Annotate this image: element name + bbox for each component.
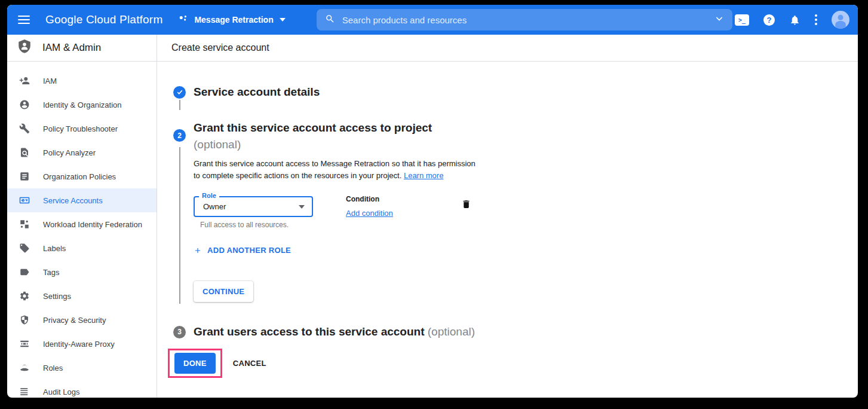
role-select[interactable]: Owner bbox=[194, 196, 313, 217]
page-title: Create service account bbox=[171, 42, 269, 53]
sidebar-item-service-accounts[interactable]: Service Accounts bbox=[7, 188, 157, 212]
search-icon bbox=[325, 14, 335, 26]
brand-logo[interactable]: Google Cloud Platform bbox=[45, 13, 162, 26]
add-another-role-button[interactable]: ADD ANOTHER ROLE bbox=[194, 246, 291, 255]
continue-button[interactable]: CONTINUE bbox=[194, 281, 253, 302]
browser-window: Google Cloud Platform Message Retraction… bbox=[7, 5, 858, 398]
chevron-down-icon bbox=[280, 18, 286, 22]
search-bar[interactable] bbox=[317, 9, 732, 30]
sidebar-item-identity-organization[interactable]: Identity & Organization bbox=[7, 93, 157, 117]
trash-icon bbox=[461, 199, 471, 210]
role-helper-text: Full access to all resources. bbox=[194, 221, 313, 229]
project-icon bbox=[178, 13, 189, 26]
main-panel: Create service account Service account d… bbox=[157, 35, 858, 398]
step2-title: Grant this service account access to pro… bbox=[194, 120, 432, 136]
person-add-icon bbox=[19, 75, 30, 86]
cancel-button[interactable]: CANCEL bbox=[233, 359, 266, 368]
service-account-key-icon bbox=[19, 195, 30, 206]
cloud-shell-icon[interactable]: >_ bbox=[735, 14, 749, 26]
doc-search-icon bbox=[19, 147, 30, 158]
sidebar-item-label: Service Accounts bbox=[43, 196, 103, 205]
doc-lines-icon bbox=[19, 171, 30, 182]
sidebar-item-policy-troubleshooter[interactable]: Policy Troubleshooter bbox=[7, 117, 157, 141]
dropdown-caret-icon bbox=[299, 205, 305, 209]
sidebar-item-roles[interactable]: Roles bbox=[7, 356, 157, 380]
sidebar-item-label: Policy Troubleshooter bbox=[43, 124, 118, 133]
step-connector-line bbox=[179, 147, 180, 304]
sidebar-item-label: Organization Policies bbox=[43, 172, 116, 181]
sidebar-item-audit-logs[interactable]: Audit Logs bbox=[7, 380, 157, 398]
step3-title: Grant users access to this service accou… bbox=[194, 323, 475, 340]
notifications-bell-icon[interactable] bbox=[789, 14, 800, 26]
search-input[interactable] bbox=[342, 15, 714, 25]
sidebar-item-label: Workload Identity Federation bbox=[43, 220, 142, 229]
sidebar-item-settings[interactable]: Settings bbox=[7, 284, 157, 308]
sidebar-item-organization-policies[interactable]: Organization Policies bbox=[7, 164, 157, 188]
step3-number-badge: 3 bbox=[173, 326, 186, 338]
role-selected-value: Owner bbox=[203, 202, 226, 211]
learn-more-link[interactable]: Learn more bbox=[404, 171, 443, 180]
sidebar-item-label: Identity-Aware Proxy bbox=[43, 340, 115, 349]
list-lines-icon bbox=[19, 386, 30, 397]
page-header: Create service account bbox=[157, 35, 858, 62]
step1-check-icon bbox=[173, 86, 186, 99]
sidebar-item-label: Policy Analyzer bbox=[43, 148, 96, 157]
step-connector-line bbox=[179, 100, 180, 110]
add-condition-link[interactable]: Add condition bbox=[346, 209, 393, 218]
sidebar-item-label: Labels bbox=[43, 244, 66, 253]
condition-column: Condition Add condition bbox=[346, 195, 393, 218]
step2-header: 2 Grant this service account access to p… bbox=[173, 120, 858, 153]
sidebar-item-iam[interactable]: IAM bbox=[7, 69, 157, 93]
sidebar-item-label: Identity & Organization bbox=[43, 100, 122, 109]
sidebar-item-label: Tags bbox=[43, 268, 59, 277]
tag-bookmark-icon bbox=[19, 267, 30, 277]
step1-header[interactable]: Service account details bbox=[173, 84, 858, 100]
delete-role-button[interactable] bbox=[461, 199, 471, 212]
role-field: Role Owner Full access to all resources. bbox=[194, 196, 313, 229]
sidebar-item-label: Privacy & Security bbox=[43, 316, 106, 325]
create-service-account-form: Service account details 2 Grant this ser… bbox=[157, 62, 858, 378]
iam-admin-shield-icon bbox=[17, 39, 32, 57]
hat-icon bbox=[19, 362, 30, 373]
more-options-icon[interactable] bbox=[815, 14, 817, 25]
description-line1: Grant this service account access to Mes… bbox=[194, 158, 528, 170]
done-button[interactable]: DONE bbox=[174, 353, 216, 374]
sidebar: IAM & Admin IAM Identity & Organization … bbox=[7, 35, 157, 398]
proxy-grid-icon bbox=[19, 338, 30, 349]
sidebar-item-tags[interactable]: Tags bbox=[7, 260, 157, 284]
shield-icon bbox=[19, 315, 30, 325]
user-avatar[interactable] bbox=[832, 11, 849, 29]
sidebar-item-workload-identity-federation[interactable]: Workload Identity Federation bbox=[7, 212, 157, 236]
top-app-bar: Google Cloud Platform Message Retraction… bbox=[7, 5, 858, 35]
sidebar-item-identity-aware-proxy[interactable]: Identity-Aware Proxy bbox=[7, 332, 157, 356]
step3-header: 3 Grant users access to this service acc… bbox=[173, 323, 858, 340]
account-circle-icon bbox=[19, 99, 30, 110]
label-tag-icon bbox=[19, 243, 30, 254]
form-actions: DONE CANCEL bbox=[168, 349, 858, 378]
sidebar-item-policy-analyzer[interactable]: Policy Analyzer bbox=[7, 141, 157, 164]
search-expand-chevron-icon[interactable] bbox=[714, 14, 724, 26]
help-icon[interactable]: ? bbox=[763, 14, 775, 26]
role-field-label: Role bbox=[199, 192, 219, 199]
sidebar-title: IAM & Admin bbox=[42, 42, 101, 54]
step2-optional-label: (optional) bbox=[194, 136, 432, 153]
project-switcher[interactable]: Message Retraction bbox=[178, 13, 285, 26]
sidebar-nav: IAM Identity & Organization Policy Troub… bbox=[7, 62, 157, 398]
hamburger-menu-icon[interactable] bbox=[18, 13, 32, 27]
sidebar-item-labels[interactable]: Labels bbox=[7, 236, 157, 260]
topbar-actions: >_ ? bbox=[735, 11, 849, 29]
condition-label: Condition bbox=[346, 195, 393, 203]
description-line2: to complete specific actions on the reso… bbox=[194, 170, 528, 182]
step2-description: Grant this service account access to Mes… bbox=[194, 158, 528, 182]
role-row: Role Owner Full access to all resources.… bbox=[194, 196, 528, 229]
sidebar-item-label: IAM bbox=[43, 77, 57, 86]
step2-number-badge: 2 bbox=[173, 129, 186, 142]
gear-icon bbox=[19, 291, 30, 301]
step1-title: Service account details bbox=[194, 84, 320, 100]
sidebar-item-label: Roles bbox=[43, 364, 63, 373]
sidebar-item-privacy-security[interactable]: Privacy & Security bbox=[7, 308, 157, 332]
sidebar-header: IAM & Admin bbox=[7, 35, 157, 62]
project-name: Message Retraction bbox=[194, 15, 273, 25]
wrench-icon bbox=[19, 123, 30, 134]
sidebar-item-label: Audit Logs bbox=[43, 387, 79, 396]
